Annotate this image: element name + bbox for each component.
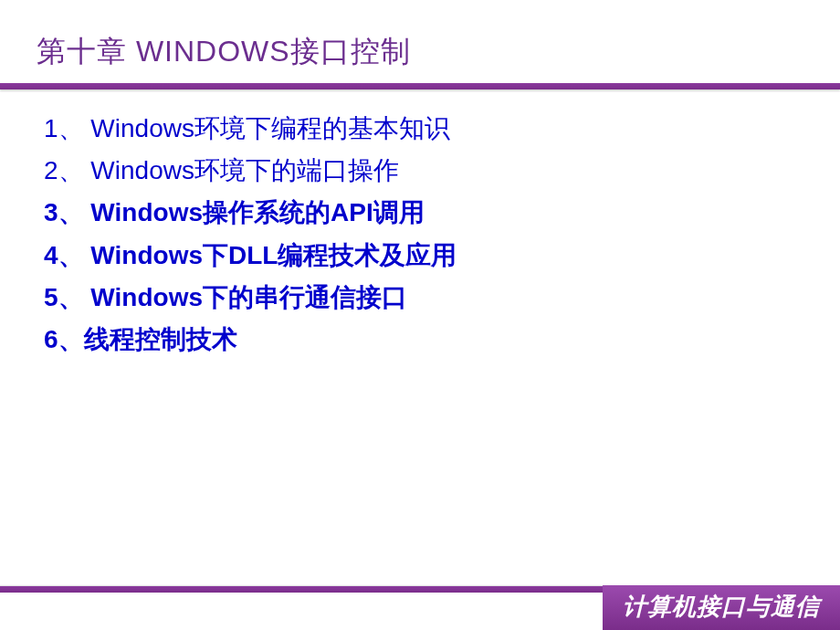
list-item-6: 6、线程控制技术 [44, 319, 840, 361]
list-item-1: 1、 Windows环境下编程的基本知识 [44, 108, 840, 150]
list-text: Windows环境下编程的基本知识 [84, 114, 450, 142]
list-number: 6、 [44, 319, 84, 361]
list-item-5: 5、 Windows下的串行通信接口 [44, 277, 840, 319]
list-text: Windows环境下的端口操作 [84, 156, 399, 184]
list-text: 线程控制技术 [84, 325, 237, 353]
list-number: 5、 [44, 277, 84, 319]
footer-label: 计算机接口与通信 [603, 585, 840, 630]
footer: 计算机接口与通信 [0, 586, 840, 630]
list-item-3: 3、 Windows操作系统的API调用 [44, 192, 840, 234]
list-text: Windows操作系统的API调用 [84, 198, 425, 226]
list-text: Windows下DLL编程技术及应用 [84, 241, 457, 269]
slide-title: 第十章 WINDOWS接口控制 [0, 0, 840, 83]
list-number: 1、 [44, 108, 84, 150]
list-number: 3、 [44, 192, 84, 234]
list-item-2: 2、 Windows环境下的端口操作 [44, 150, 840, 192]
list-number: 2、 [44, 150, 84, 192]
list-number: 4、 [44, 235, 84, 277]
title-divider [0, 83, 840, 89]
list-item-4: 4、 Windows下DLL编程技术及应用 [44, 235, 840, 277]
content-area: 1、 Windows环境下编程的基本知识 2、 Windows环境下的端口操作 … [0, 89, 840, 361]
list-text: Windows下的串行通信接口 [84, 283, 407, 311]
slide-container: 第十章 WINDOWS接口控制 1、 Windows环境下编程的基本知识 2、 … [0, 0, 840, 630]
